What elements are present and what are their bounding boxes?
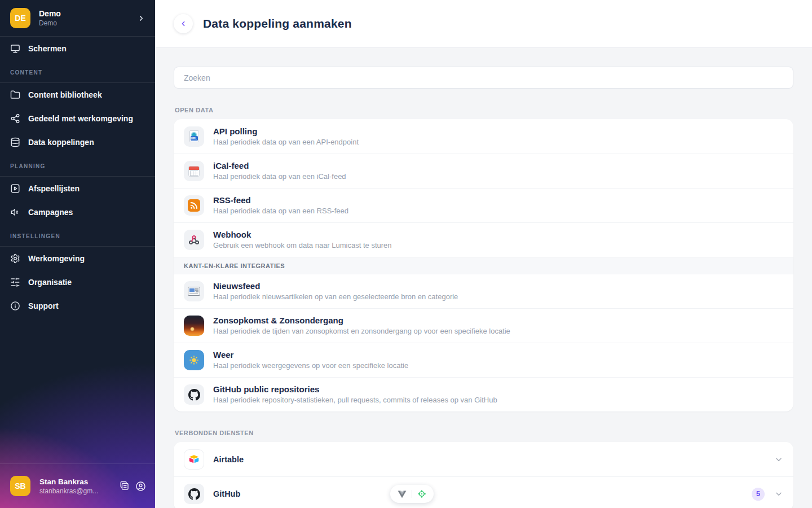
- sidebar-item-label: Support: [28, 301, 59, 310]
- search-input[interactable]: [174, 67, 793, 89]
- playlist-icon: [10, 183, 20, 194]
- connected-services-card: Airtable GitHub: [174, 442, 793, 508]
- row-desc: Haal periodiek weergegevens op voor een …: [213, 361, 408, 370]
- vue-logo-icon: [398, 490, 407, 498]
- sidebar-item-campagnes[interactable]: Campagnes: [0, 200, 155, 224]
- data-source-row-ical[interactable]: iCal-feed Haal periodiek data op van een…: [174, 154, 793, 188]
- chevron-right-icon: [136, 14, 146, 23]
- sidebar: DE Demo Demo Schermen CONTENT Content bi…: [0, 0, 155, 508]
- sidebar-item-label: Content bibliotheek: [28, 90, 102, 99]
- open-data-card: URL API polling Haal periodiek data op v…: [174, 119, 793, 411]
- row-title: Zonsopkomst & Zonsondergang: [213, 316, 510, 326]
- service-row-github[interactable]: GitHub 5: [174, 476, 793, 508]
- row-text: Nieuwsfeed Haal periodiek nieuwsartikele…: [213, 281, 458, 301]
- gear-icon: [10, 253, 20, 264]
- sidebar-section-label-instellingen: INSTELLINGEN: [0, 224, 155, 246]
- data-source-row-api-polling[interactable]: URL API polling Haal periodiek data op v…: [174, 119, 793, 154]
- workspace-subtitle: Demo: [39, 19, 128, 27]
- chevron-left-icon: [179, 19, 188, 28]
- service-title: Airtable: [213, 455, 244, 464]
- user-circle-icon[interactable]: [135, 481, 146, 492]
- row-text: RSS-feed Haal periodiek data op van een …: [213, 195, 348, 216]
- sliders-icon: [10, 277, 20, 287]
- row-title: Weer: [213, 350, 408, 360]
- service-row-airtable[interactable]: Airtable: [174, 442, 793, 476]
- row-desc: Haal periodiek repository-statistieken, …: [213, 396, 497, 405]
- sidebar-user-area: SB Stan Bankras stanbankras@gm...: [0, 463, 155, 508]
- sidebar-section-label-planning: PLANNING: [0, 154, 155, 176]
- data-source-row-weer[interactable]: Weer Haal periodiek weergegevens op voor…: [174, 343, 793, 377]
- sidebar-item-werkomgeving[interactable]: Werkomgeving: [0, 247, 155, 270]
- page-title: Data koppeling aanmaken: [203, 17, 352, 30]
- book-copy-icon[interactable]: [120, 481, 130, 491]
- band-kant-en-klare-integraties: KANT-EN-KLARE INTEGRATIES: [174, 257, 793, 274]
- folder-icon: [10, 90, 20, 100]
- service-title: GitHub: [213, 489, 240, 498]
- data-source-row-webhook[interactable]: Webhook Gebruik een webhook om data naar…: [174, 222, 793, 257]
- workspace-switcher[interactable]: DE Demo Demo: [0, 0, 155, 36]
- locate-target-icon: [417, 489, 426, 498]
- sidebar-item-support[interactable]: Support: [0, 294, 155, 318]
- row-desc: Haal periodiek data op van een iCal-feed: [213, 172, 346, 181]
- page-header: Data koppeling aanmaken: [155, 0, 812, 48]
- user-actions: [120, 481, 146, 492]
- row-text: Webhook Gebruik een webhook om data naar…: [213, 230, 392, 250]
- row-text: Weer Haal periodiek weergegevens op voor…: [213, 350, 408, 370]
- sidebar-item-label: Werkomgeving: [28, 254, 85, 263]
- section-label-verbonden-diensten: VERBONDEN DIENSTEN: [175, 430, 792, 436]
- sidebar-item-label: Gedeeld met werkomgeving: [28, 114, 133, 123]
- integration-pill[interactable]: [390, 485, 434, 503]
- airtable-icon: [184, 449, 204, 470]
- user-profile[interactable]: SB Stan Bankras stanbankras@gm...: [0, 464, 155, 508]
- sidebar-item-data-koppelingen[interactable]: Data koppelingen: [0, 130, 155, 154]
- sidebar-item-gedeeld[interactable]: Gedeeld met werkomgeving: [0, 107, 155, 130]
- sidebar-item-content-bibliotheek[interactable]: Content bibliotheek: [0, 83, 155, 107]
- info-icon: [10, 301, 20, 311]
- sidebar-section-label-content: CONTENT: [0, 60, 155, 82]
- sidebar-item-schermen[interactable]: Schermen: [0, 37, 155, 60]
- data-source-row-rss[interactable]: RSS-feed Haal periodiek data op van een …: [174, 188, 793, 222]
- row-title: iCal-feed: [213, 161, 346, 171]
- data-source-row-nieuwsfeed[interactable]: Nieuwsfeed Haal periodiek nieuwsartikele…: [174, 274, 793, 308]
- sidebar-item-label: Campagnes: [28, 208, 73, 217]
- row-desc: Gebruik een webhook om data naar Lumicas…: [213, 241, 392, 250]
- sidebar-item-label: Schermen: [28, 44, 67, 53]
- weather-sun-icon: [184, 350, 204, 370]
- row-text: iCal-feed Haal periodiek data op van een…: [213, 161, 346, 181]
- user-email: stanbankras@gm...: [39, 487, 111, 495]
- user-name: Stan Bankras: [39, 478, 111, 486]
- row-title: Nieuwsfeed: [213, 281, 458, 291]
- sidebar-item-label: Afspeellijsten: [28, 184, 80, 193]
- content-area: OPEN DATA URL API polling Haal periodiek…: [155, 48, 812, 508]
- row-text: GitHub public repositories Haal periodie…: [213, 384, 497, 405]
- row-title: GitHub public repositories: [213, 384, 497, 395]
- row-desc: Haal periodiek data op van een RSS-feed: [213, 207, 348, 216]
- main-panel: Data koppeling aanmaken OPEN DATA URL AP…: [155, 0, 812, 508]
- row-title: Webhook: [213, 230, 392, 240]
- row-text: API polling Haal periodiek data op van e…: [213, 126, 359, 147]
- sidebar-item-afspeellijsten[interactable]: Afspeellijsten: [0, 177, 155, 200]
- user-text: Stan Bankras stanbankras@gm...: [39, 478, 111, 495]
- row-desc: Haal periodiek de tijden van zonsopkomst…: [213, 327, 510, 336]
- workspace-logo: DE: [10, 8, 30, 28]
- row-desc: Haal periodiek data op van een API-endpo…: [213, 138, 359, 147]
- divider: [412, 490, 412, 498]
- row-title: RSS-feed: [213, 195, 348, 205]
- row-desc: Haal periodiek nieuwsartikelen op van ee…: [213, 292, 458, 301]
- chevron-down-icon[interactable]: [774, 489, 783, 498]
- sunset-icon: [184, 316, 204, 336]
- webhook-icon: [184, 230, 204, 250]
- app: DE Demo Demo Schermen CONTENT Content bi…: [0, 0, 812, 508]
- chevron-down-icon[interactable]: [774, 455, 783, 464]
- speaker-icon: [10, 207, 20, 217]
- data-source-row-github-repos[interactable]: GitHub public repositories Haal periodie…: [174, 377, 793, 411]
- data-source-row-zonsopkomst[interactable]: Zonsopkomst & Zonsondergang Haal periodi…: [174, 308, 793, 343]
- workspace-title: Demo: [39, 9, 128, 18]
- sidebar-item-label: Data koppelingen: [28, 138, 94, 147]
- api-url-icon: URL: [184, 126, 204, 147]
- sidebar-item-label: Organisatie: [28, 278, 72, 287]
- sidebar-item-organisatie[interactable]: Organisatie: [0, 270, 155, 294]
- back-button[interactable]: [174, 14, 193, 33]
- share-icon: [10, 113, 20, 124]
- github-icon: [184, 384, 204, 405]
